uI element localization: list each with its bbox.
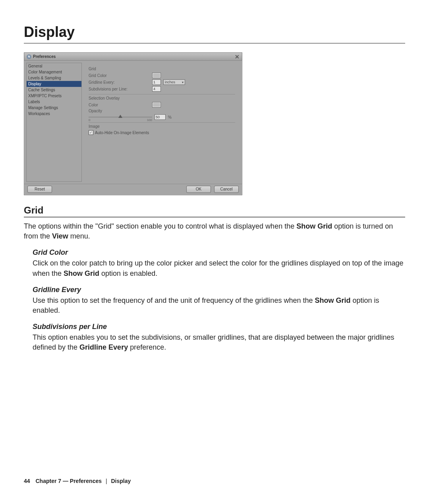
subheading-grid-color: Grid Color <box>33 248 405 257</box>
gridline-unit-value: inches <box>165 80 175 84</box>
grid-color-paragraph: Click on the color patch to bring up the… <box>33 258 405 278</box>
dialog-title: Preferences <box>33 54 56 59</box>
grid-color-swatch[interactable] <box>152 73 161 78</box>
page-footer: 44 Chapter 7 — Preferences | Display <box>24 478 131 484</box>
grid-section-title: Grid <box>89 67 235 71</box>
subheading-subdivisions: Subdivisions per Line <box>33 323 405 331</box>
percent-label: % <box>168 115 172 119</box>
page-number: 44 <box>24 478 30 484</box>
overlay-section-title: Selection Overlay <box>89 96 235 100</box>
image-section: Image ✓ Auto-Hide On-Image Elements <box>89 122 235 135</box>
subheading-gridline-every: Gridline Every <box>33 286 405 294</box>
ok-button[interactable]: OK <box>186 186 211 193</box>
page-title: Display <box>24 24 405 40</box>
image-section-title: Image <box>89 124 235 129</box>
grid-intro-paragraph: The options within the "Grid" section en… <box>24 221 405 241</box>
footer-section: Display <box>111 478 131 484</box>
subdivisions-input[interactable] <box>152 86 161 92</box>
selection-overlay-section: Selection Overlay Color Opacity 0 100 % <box>89 94 235 120</box>
opacity-label: Opacity <box>89 109 235 113</box>
opacity-input[interactable] <box>155 114 166 120</box>
sidebar-item-general[interactable]: General <box>27 63 81 69</box>
app-icon: N <box>27 54 31 59</box>
opacity-slider[interactable]: 0 100 <box>89 115 152 119</box>
grid-section: Grid Grid Color Gridline Every: inches ▾… <box>89 67 235 92</box>
sidebar-item-levels-sampling[interactable]: Levels & Sampling <box>27 75 81 81</box>
grid-color-label: Grid Color <box>89 73 152 78</box>
sidebar-item-xmp-iptc[interactable]: XMP/IPTC Presets <box>27 93 81 99</box>
cancel-button[interactable]: Cancel <box>214 186 239 193</box>
checkbox-icon[interactable]: ✓ <box>89 130 93 135</box>
sidebar-item-cache-settings[interactable]: Cache Settings <box>27 87 81 93</box>
chevron-down-icon: ▾ <box>182 81 184 84</box>
gridline-every-label: Gridline Every: <box>89 80 152 85</box>
sidebar-item-color-management[interactable]: Color Management <box>27 69 81 75</box>
close-icon[interactable]: ✕ <box>235 54 240 60</box>
preferences-main-panel: Grid Grid Color Gridline Every: inches ▾… <box>84 63 240 182</box>
slider-handle-icon[interactable] <box>118 115 122 118</box>
overlay-color-swatch[interactable] <box>152 102 161 108</box>
section-heading-grid: Grid <box>24 205 405 217</box>
preferences-dialog: N Preferences ✕ General Color Management… <box>24 52 242 195</box>
sidebar-item-labels[interactable]: Labels <box>27 99 81 105</box>
sidebar-item-workspaces[interactable]: Workspaces <box>27 111 81 117</box>
sidebar-item-display[interactable]: Display <box>27 81 81 87</box>
titlebar: N Preferences ✕ <box>24 53 242 61</box>
reset-button[interactable]: Reset <box>27 186 52 193</box>
overlay-color-label: Color <box>89 103 152 107</box>
gridline-every-paragraph: Use this option to set the frequency of … <box>33 296 405 315</box>
preferences-sidebar: General Color Management Levels & Sampli… <box>26 63 82 182</box>
subdivisions-paragraph: This option enables you to set the subdi… <box>33 333 405 352</box>
autohide-checkbox-row[interactable]: ✓ Auto-Hide On-Image Elements <box>89 130 149 135</box>
dialog-body: General Color Management Levels & Sampli… <box>24 61 242 184</box>
slider-min: 0 <box>89 118 90 122</box>
gridline-unit-dropdown[interactable]: inches ▾ <box>163 79 185 85</box>
slider-max: 100 <box>147 118 152 122</box>
gridline-every-input[interactable] <box>152 79 161 85</box>
dialog-footer: Reset OK Cancel <box>24 184 242 195</box>
sidebar-item-manage-settings[interactable]: Manage Settings <box>27 105 81 111</box>
autohide-label: Auto-Hide On-Image Elements <box>95 131 149 135</box>
subdivisions-label: Subdivisions per Line: <box>89 87 152 91</box>
title-rule <box>24 43 405 44</box>
footer-chapter: Chapter 7 — Preferences <box>35 478 102 484</box>
